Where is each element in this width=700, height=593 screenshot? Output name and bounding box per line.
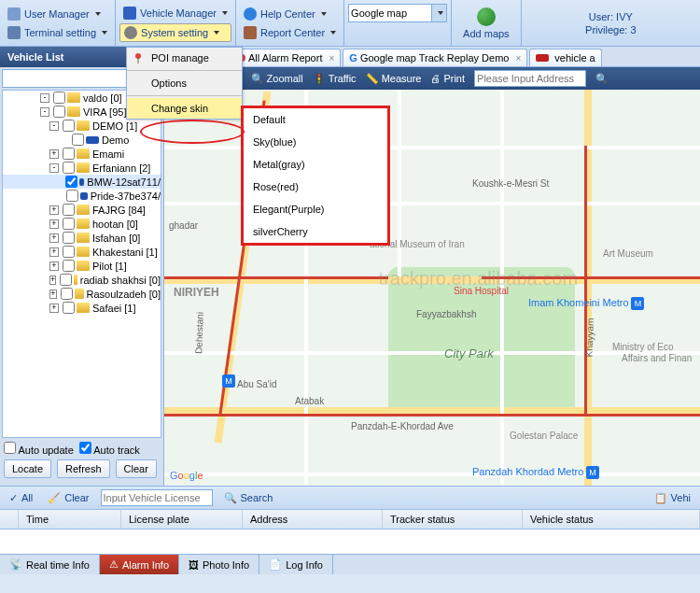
tree-checkbox[interactable] (63, 162, 75, 174)
expand-icon[interactable]: + (49, 289, 57, 299)
col-vehicle-status[interactable]: Vehicle status (523, 510, 700, 529)
skin-sky[interactable]: Sky(blue) (244, 131, 387, 153)
tree-checkbox[interactable] (63, 260, 75, 272)
traffic-btn[interactable]: 🚦Traffic (313, 73, 357, 85)
terminal-setting-btn[interactable]: Terminal setting (4, 24, 111, 41)
tree-checkbox[interactable] (66, 190, 78, 202)
tab-photo[interactable]: 🖼Photo Info (179, 555, 259, 574)
map-provider-combo[interactable] (348, 4, 447, 22)
vehicle-manager-btn[interactable]: Vehicle Manager (119, 5, 231, 21)
tree-node[interactable]: -Erfaniann [2] (3, 161, 161, 175)
expand-icon[interactable]: - (40, 107, 49, 117)
all-btn[interactable]: ✓All (6, 490, 36, 506)
privilege-label: Privilege: 3 (533, 24, 689, 35)
folder-icon (67, 106, 80, 117)
col-address[interactable]: Address (243, 510, 383, 529)
license-search-input[interactable] (101, 489, 213, 506)
tree-node[interactable]: -DEMO [1] (3, 119, 161, 133)
tree-checkbox[interactable] (63, 120, 75, 132)
skin-default[interactable]: Default (244, 108, 387, 131)
expand-icon[interactable]: + (49, 219, 59, 229)
tree-node[interactable]: BMW-12sat711/ (3, 175, 161, 189)
tree-checkbox[interactable] (63, 246, 75, 258)
close-icon[interactable]: × (515, 53, 521, 64)
tree-label: Safaei [1] (92, 303, 135, 314)
tree-node[interactable]: +Safaei [1] (3, 301, 161, 315)
locate-button[interactable]: Locate (4, 459, 51, 478)
tree-checkbox[interactable] (60, 274, 72, 286)
tree-node[interactable]: +radiab shakhsi [0] (3, 273, 161, 287)
tree-node[interactable]: +Isfahan [0] (3, 231, 161, 245)
tab-alarm[interactable]: ⚠Alarm Info (100, 555, 179, 574)
tree-checkbox[interactable] (72, 134, 84, 146)
skin-elegant[interactable]: Elegant(Purple) (244, 198, 387, 220)
map-label: Dehestani (193, 312, 205, 354)
report-center-btn[interactable]: Report Center (240, 24, 340, 41)
expand-icon[interactable]: + (49, 149, 59, 159)
system-setting-btn[interactable]: System setting (119, 23, 231, 42)
auto-update-check[interactable]: Auto update (4, 442, 74, 456)
col-tracker-status[interactable]: Tracker status (383, 510, 523, 529)
expand-icon[interactable]: + (49, 261, 59, 271)
skin-metal[interactable]: Metal(gray) (244, 153, 387, 176)
search-btn[interactable]: 🔍Search (220, 490, 277, 506)
col-plate[interactable]: License plate (121, 510, 243, 529)
tree-node[interactable]: +Rasoulzadeh [0] (3, 287, 161, 301)
vehi-btn[interactable]: 📋Vehi (651, 490, 694, 506)
col-time[interactable]: Time (19, 510, 121, 529)
tree-node[interactable]: Demo (3, 133, 161, 147)
tree-checkbox[interactable] (65, 176, 77, 188)
expand-icon[interactable]: + (49, 233, 59, 243)
chevron-down-icon (214, 31, 219, 35)
tab-alarm-report[interactable]: All Alarm Report× (231, 49, 341, 66)
tab-track-replay[interactable]: GGoogle map Track Replay Demo× (343, 49, 527, 66)
measure-btn[interactable]: 📏Measure (366, 73, 422, 85)
menu-poi-manage[interactable]: POI manage (127, 48, 242, 68)
close-icon[interactable]: × (329, 53, 334, 64)
tree-node[interactable]: +Khakestani [1] (3, 245, 161, 259)
tree-checkbox[interactable] (63, 148, 75, 160)
refresh-button[interactable]: Refresh (57, 459, 110, 478)
auto-track-check[interactable]: Auto track (79, 442, 140, 456)
tab-vehicle[interactable]: vehicle a (529, 49, 601, 66)
user-manager-btn[interactable]: User Manager (4, 6, 111, 22)
menu-options[interactable]: Options (127, 73, 242, 93)
help-center-btn[interactable]: Help Center (240, 6, 340, 22)
menu-change-skin[interactable]: Change skin (127, 98, 242, 119)
tree-checkbox[interactable] (53, 106, 65, 118)
print-btn[interactable]: 🖨Print (430, 73, 465, 84)
clear-grid-btn[interactable]: 🧹Clear (44, 490, 92, 506)
tab-log[interactable]: 📄Log Info (259, 555, 333, 574)
address-search-btn[interactable]: 🔍 (595, 73, 609, 85)
tree-node[interactable]: +Pilot [1] (3, 259, 161, 273)
tree-checkbox[interactable] (63, 204, 75, 216)
tree-checkbox[interactable] (63, 302, 75, 314)
zoomall-btn[interactable]: 🔍Zoomall (251, 73, 303, 85)
tree-checkbox[interactable] (53, 92, 65, 104)
skin-silvercherry[interactable]: silverCherry (244, 220, 387, 243)
expand-icon[interactable]: - (49, 121, 59, 131)
tree-checkbox[interactable] (61, 288, 73, 300)
vehicle-tree[interactable]: -valdo [0]-VIRA [95]-DEMO [1]Demo+Emami-… (2, 90, 161, 438)
expand-icon[interactable]: - (49, 163, 59, 173)
tree-checkbox[interactable] (63, 218, 75, 230)
add-maps-btn[interactable]: Add maps (452, 0, 522, 46)
expand-icon[interactable]: - (40, 93, 49, 103)
address-input[interactable] (474, 70, 586, 87)
expand-icon[interactable]: + (49, 247, 59, 257)
expand-icon[interactable]: + (49, 205, 59, 215)
car-icon (80, 192, 87, 200)
expand-icon[interactable]: + (49, 304, 59, 313)
expand-icon[interactable]: + (49, 275, 56, 285)
clear-button[interactable]: Clear (116, 459, 157, 478)
map-provider-input[interactable] (348, 4, 432, 22)
tab-realtime[interactable]: 📡Real time Info (0, 555, 100, 574)
tree-node[interactable]: +FAJRG [84] (3, 203, 161, 217)
skin-rose[interactable]: Rose(red) (244, 176, 387, 198)
tree-node[interactable]: +hootan [0] (3, 217, 161, 231)
folder-icon (75, 289, 84, 299)
tree-node[interactable]: Pride-37be374/ (3, 189, 161, 203)
tree-node[interactable]: +Emami (3, 147, 161, 161)
grid-body[interactable] (0, 529, 700, 554)
tree-checkbox[interactable] (63, 232, 75, 244)
